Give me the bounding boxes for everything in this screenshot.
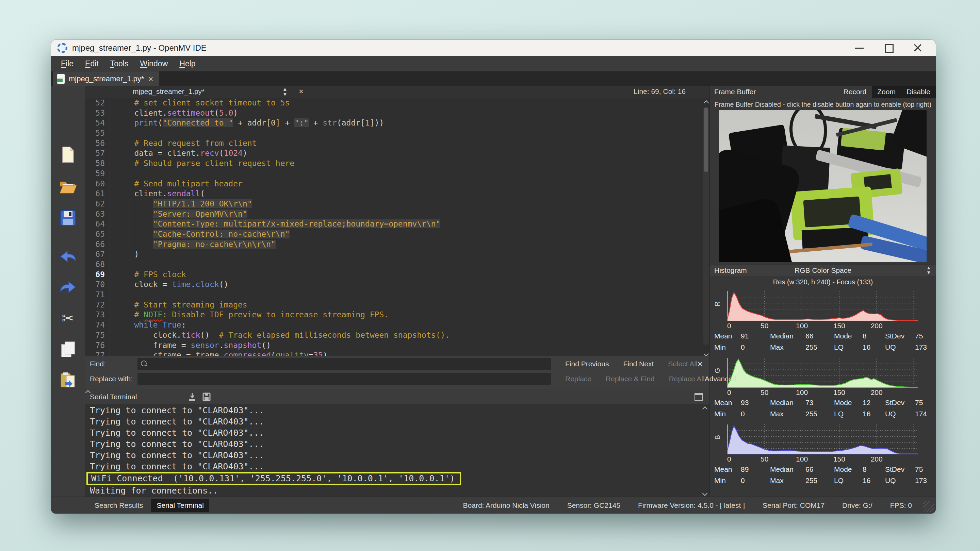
open-document-selector[interactable]: mjpeg_streamer_1.py* xyxy=(133,87,205,95)
code-line: 53 client.settimeout(5.0) xyxy=(85,108,710,118)
stat-value: 75 xyxy=(915,332,932,340)
color-space-dropdown-icon[interactable]: ▲▼ xyxy=(926,265,931,275)
desktop: mjpeg_streamer_1.py - OpenMV IDE FileEdi… xyxy=(0,0,980,551)
undo-icon xyxy=(59,250,77,264)
maximize-icon[interactable] xyxy=(883,43,894,53)
code-line: 54 print("Connected to " + addr[0] + ":"… xyxy=(85,118,710,128)
find-label: Find: xyxy=(85,360,137,368)
resize-grip[interactable] xyxy=(923,501,934,512)
code-line: 76 frame = sensor.snapshot() xyxy=(85,340,710,351)
copy-button[interactable] xyxy=(61,341,75,357)
document-dropdown-icon[interactable]: ▲▼ xyxy=(282,86,288,97)
replace-all-button[interactable]: Replace All xyxy=(669,375,705,383)
save-file-button[interactable] xyxy=(60,210,76,227)
histogram-channel-r: R050100150200Mean91Median66Mode8StDev75M… xyxy=(710,288,936,355)
status-tab-serial-terminal[interactable]: Serial Terminal xyxy=(151,499,209,512)
panel-maximize-icon[interactable] xyxy=(695,393,703,401)
autoscroll-icon[interactable] xyxy=(188,392,196,401)
serial-scroll-down-icon[interactable] xyxy=(702,490,708,495)
status-item: FPS: 0 xyxy=(890,501,912,510)
redo-button[interactable] xyxy=(59,280,77,296)
stat-label: LQ xyxy=(834,343,862,351)
channel-stats: Mean89Median66Mode8StDev75Min0Max255LQ16… xyxy=(714,465,932,485)
serial-terminal-output[interactable]: Trying to connect to "CLARO403"...Trying… xyxy=(85,404,710,498)
status-item: Sensor: GC2145 xyxy=(567,501,620,510)
channel-x-ticks: 050100150200 xyxy=(727,455,918,464)
stat-value: 89 xyxy=(741,465,770,473)
stat-value: 173 xyxy=(915,343,932,351)
editor-scroll-up-icon[interactable] xyxy=(703,99,709,105)
minimize-icon[interactable] xyxy=(854,43,864,53)
code-editor[interactable]: 52 # set client socket timeout to 5s53 c… xyxy=(85,98,710,360)
editor-tab[interactable]: mjpeg_streamer_1.py* × xyxy=(53,71,159,86)
replace-input[interactable] xyxy=(137,373,551,385)
undo-button[interactable] xyxy=(59,250,77,265)
zoom-button[interactable]: Zoom xyxy=(872,86,901,98)
copy-icon xyxy=(61,341,75,357)
find-next-button[interactable]: Find Next xyxy=(623,360,654,368)
stat-label: Mean xyxy=(714,399,741,407)
menu-item-file[interactable]: File xyxy=(55,59,79,68)
wifi-connected-highlight: WiFi Connected ('10.0.0.131', '255.255.2… xyxy=(86,472,461,485)
replace-and-find-button[interactable]: Replace & Find xyxy=(606,375,655,383)
stat-label: LQ xyxy=(834,476,862,485)
channel-plot xyxy=(727,358,918,388)
stat-value: 12 xyxy=(862,399,885,407)
editor-scrollbar[interactable] xyxy=(703,107,709,345)
search-icon xyxy=(141,360,147,366)
serial-scroll-up-icon[interactable] xyxy=(702,405,708,411)
paste-icon xyxy=(60,372,76,388)
channel-axis-label: B xyxy=(714,432,721,443)
window-title: mjpeg_streamer_1.py - OpenMV IDE xyxy=(72,43,207,53)
resolution-focus-label: Res (w:320, h:240) - Focus (133) xyxy=(710,278,936,286)
serial-lines: Trying to connect to "CLARO403"...Trying… xyxy=(85,405,710,496)
title-bar: mjpeg_streamer_1.py - OpenMV IDE xyxy=(51,40,936,56)
close-icon[interactable] xyxy=(913,43,923,53)
status-tab-search-results[interactable]: Search Results xyxy=(89,499,148,512)
replace-button[interactable]: Replace xyxy=(565,375,592,383)
panel-collapse-icon[interactable] xyxy=(680,394,686,400)
tab-close-icon[interactable]: × xyxy=(148,75,153,83)
color-space-select[interactable]: RGB Color Space xyxy=(710,266,936,275)
code-line: 71 xyxy=(85,290,710,300)
code-line: 72 # Start streaming images xyxy=(85,300,710,310)
open-file-button[interactable] xyxy=(59,178,77,195)
save-log-icon[interactable] xyxy=(202,392,211,401)
code-line: 65 "Cache-Control: no-cache\r\n" xyxy=(85,229,710,240)
stat-value: 0 xyxy=(741,343,770,351)
app-window: mjpeg_streamer_1.py - OpenMV IDE FileEdi… xyxy=(51,40,936,514)
code-line: 62 "HTTP/1.1 200 OK\r\n" xyxy=(85,199,710,209)
status-tabs: Search ResultsSerial Terminal xyxy=(89,499,209,512)
menu-item-window[interactable]: Window xyxy=(134,59,173,68)
tab-bar: mjpeg_streamer_1.py* × xyxy=(51,71,936,86)
stat-label: Mean xyxy=(714,465,741,473)
menu-item-tools[interactable]: Tools xyxy=(105,59,134,68)
new-file-button[interactable] xyxy=(61,146,75,165)
code-line: 69 # FPS clock xyxy=(85,270,710,280)
stat-label: StDev xyxy=(885,465,915,473)
find-input[interactable] xyxy=(137,358,551,370)
paste-button[interactable] xyxy=(60,372,76,390)
stat-label: UQ xyxy=(885,476,915,485)
record-button[interactable]: Record xyxy=(838,86,872,98)
find-previous-button[interactable]: Find Previous xyxy=(565,360,609,368)
replace-label: Replace with: xyxy=(85,375,137,383)
python-file-icon xyxy=(57,74,65,84)
advanced-button[interactable]: Advanced... xyxy=(705,375,743,383)
cut-button[interactable]: ✂ xyxy=(62,310,75,327)
scissors-icon: ✂ xyxy=(62,310,75,327)
serial-line: WiFi Connected ('10.0.0.131', '255.255.2… xyxy=(85,472,710,485)
editor-scroll-down-icon[interactable] xyxy=(703,350,709,356)
histogram-header: Histogram RGB Color Space ▲▼ xyxy=(710,265,936,276)
menu-item-help[interactable]: Help xyxy=(173,59,201,68)
stat-label: StDev xyxy=(885,332,915,340)
disable-button[interactable]: Disable xyxy=(901,86,936,98)
stat-label: UQ xyxy=(885,410,915,418)
select-all-button[interactable]: Select All xyxy=(668,360,697,368)
stat-value: 16 xyxy=(862,476,885,485)
menu-item-edit[interactable]: Edit xyxy=(79,59,105,68)
split-close-icon[interactable]: × xyxy=(299,87,304,96)
find-close-icon[interactable]: × xyxy=(698,359,703,369)
serial-terminal-title: Serial Terminal xyxy=(85,393,137,401)
stat-value: 93 xyxy=(741,399,770,407)
